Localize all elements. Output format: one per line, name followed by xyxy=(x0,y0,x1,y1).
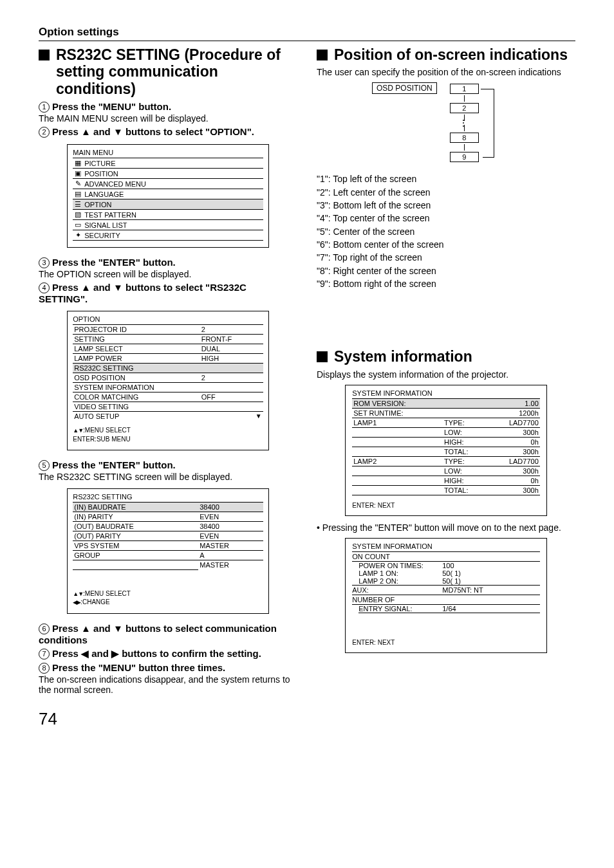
language-icon: ▤ xyxy=(73,189,83,199)
menu-item: PICTURE xyxy=(83,158,263,169)
position-item: "3": Bottom left of the screen xyxy=(317,199,575,212)
sys-cell xyxy=(352,447,443,456)
connector-line xyxy=(464,144,465,151)
sys-cell: 1.00 xyxy=(487,398,539,408)
right-column: Position of on-screen indications The us… xyxy=(317,46,575,697)
rs-v: MASTER xyxy=(198,560,263,570)
position-item: "4": Top center of the screen xyxy=(317,212,575,225)
square-bullet-icon xyxy=(317,50,328,60)
connector-line xyxy=(464,125,465,131)
sys2-value: 50( 1) xyxy=(442,577,461,585)
test-pattern-icon: ▧ xyxy=(73,210,83,220)
sys-cell xyxy=(352,466,443,476)
step-number-icon: 6 xyxy=(39,623,50,634)
system-info-box-1: SYSTEM INFORMATION ROM VERSION:1.00 SET … xyxy=(345,385,547,516)
step-1: 1Press the "MENU" button. The MAIN MENU … xyxy=(39,101,297,124)
sys-cell: TYPE: xyxy=(443,418,487,427)
sys1-table: ROM VERSION:1.00 SET RUNTIME:1200h LAMP1… xyxy=(352,398,540,495)
scroll-down-icon: ▼ xyxy=(256,412,262,420)
step-5-head: Press the "ENTER" button. xyxy=(52,459,176,470)
step-6-head: Press ▲ and ▼ buttons to select communic… xyxy=(39,623,277,645)
sys-cell xyxy=(352,437,443,447)
rs-v: EVEN xyxy=(198,512,263,522)
sys-cell: 300h xyxy=(487,427,539,437)
sys-cell xyxy=(352,427,443,437)
sys-cell: LAMP1 xyxy=(352,418,443,427)
option-menu-table: PROJECTOR ID2 SETTINGFRONT-F LAMP SELECT… xyxy=(73,324,263,421)
step-number-icon: 4 xyxy=(39,282,50,293)
menu-item: ADVANCED MENU xyxy=(83,179,263,189)
opt-v: DUAL xyxy=(200,344,263,354)
sys2-category: ON COUNT xyxy=(352,551,540,562)
sys-cell: LAMP2 xyxy=(352,456,443,466)
menu-item: SIGNAL LIST xyxy=(83,220,263,230)
rs232c-heading-text: RS232C SETTING (Procedure of setting com… xyxy=(56,46,297,97)
opt-v: HIGH xyxy=(200,354,263,364)
opt-k: LAMP SELECT xyxy=(73,344,200,354)
step-6: 6Press ▲ and ▼ buttons to select communi… xyxy=(39,623,297,645)
option-menu-title: OPTION xyxy=(73,315,263,323)
step-8-sub: The on-screen indications disappear, and… xyxy=(39,674,297,695)
sys-cell: LAD7700 xyxy=(487,456,539,466)
sys-cell: 0h xyxy=(487,476,539,485)
position-item: "9": Bottom right of the screen xyxy=(317,277,575,290)
sys2-category: NUMBER OF xyxy=(352,595,540,605)
step-5: 5Press the "ENTER" button. The RS232C SE… xyxy=(39,459,297,482)
position-item: "7": Top right of the screen xyxy=(317,251,575,264)
osd-value-box: 2 xyxy=(450,103,479,113)
rs232c-menu-title: RS232C SETTING xyxy=(73,493,263,501)
sys-cell: 300h xyxy=(487,466,539,476)
rs-v: MASTER xyxy=(198,541,263,551)
sys-cell: TOTAL: xyxy=(443,485,487,495)
position-icon: ▣ xyxy=(73,169,83,179)
position-item: "1": Top left of the screen xyxy=(317,172,575,185)
step-1-sub: The MAIN MENU screen will be displayed. xyxy=(39,113,297,124)
opt-k: VIDEO SETTING xyxy=(73,402,263,412)
sys-cell: HIGH: xyxy=(443,437,487,447)
opt-k: SETTING xyxy=(73,335,200,344)
step-number-icon: 1 xyxy=(39,102,50,113)
sys2-value: 50( 1) xyxy=(442,569,461,577)
opt-v: FRONT-F xyxy=(200,335,263,344)
rs232c-menu-table: (IN) BAUDRATE38400 (IN) PARITYEVEN (OUT)… xyxy=(73,502,263,570)
hint-text: :CHANGE xyxy=(80,598,110,605)
position-item: "6": Bottom center of the screen xyxy=(317,238,575,251)
signal-list-icon: ▭ xyxy=(73,220,83,230)
position-list: "1": Top left of the screen "2": Left ce… xyxy=(317,172,575,290)
position-item: "2": Left center of the screen xyxy=(317,186,575,199)
step-number-icon: 7 xyxy=(39,649,50,660)
rs-k: (IN) PARITY xyxy=(73,512,198,522)
menu-item: SECURITY xyxy=(83,230,263,241)
opt-v: OFF xyxy=(200,392,263,402)
square-bullet-icon xyxy=(39,50,50,60)
rs-v: 38400 xyxy=(198,522,263,531)
sys2-aux-value: MD75NT: NT xyxy=(442,586,483,594)
opt-k-selected: RS232C SETTING xyxy=(73,364,263,373)
hint-text: ENTER:SUB MENU xyxy=(73,436,130,443)
rs-k: (IN) BAUDRATE xyxy=(73,503,198,512)
rs-k: VPS SYSTEM xyxy=(73,541,198,551)
opt-k: OSD POSITION xyxy=(73,373,200,383)
sys2-label: ENTRY SIGNAL: xyxy=(358,605,442,613)
page-section-heading: Option settings xyxy=(39,26,575,41)
up-down-icon: ▲▼ xyxy=(73,591,83,597)
menu-item-selected: OPTION xyxy=(83,199,263,210)
step-number-icon: 5 xyxy=(39,460,50,471)
opt-k: PROJECTOR ID xyxy=(73,325,200,335)
sys2-title: SYSTEM INFORMATION xyxy=(352,542,540,550)
sys-cell: 0h xyxy=(487,437,539,447)
sys-cell: TYPE: xyxy=(443,456,487,466)
step-number-icon: 2 xyxy=(39,127,50,138)
opt-v: 2 xyxy=(200,373,263,383)
sys2-aux-row: AUX:MD75NT: NT xyxy=(352,585,540,595)
opt-k: COLOR MATCHING xyxy=(73,392,200,402)
sys-cell: 300h xyxy=(487,485,539,495)
menu-item: LANGUAGE xyxy=(83,189,263,199)
hint-text: :MENU SELECT xyxy=(83,590,131,597)
step-3: 3Press the "ENTER" button. The OPTION sc… xyxy=(39,257,297,279)
position-item: "5": Center of the screen xyxy=(317,225,575,238)
step-number-icon: 3 xyxy=(39,257,50,268)
position-item: "8": Right center of the screen xyxy=(317,264,575,277)
opt-k: SYSTEM INFORMATION xyxy=(73,383,263,392)
sys2-value: 100 xyxy=(442,562,454,569)
